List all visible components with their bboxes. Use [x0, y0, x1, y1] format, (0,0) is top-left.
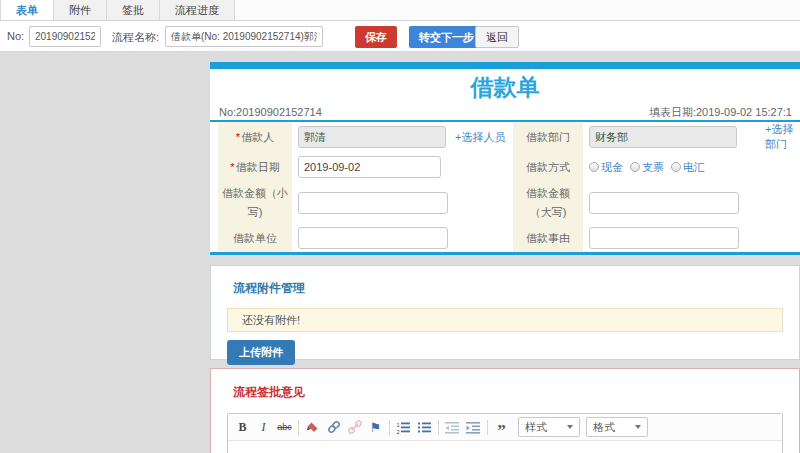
- chevron-down-icon: [635, 425, 641, 429]
- loan-method-label: 借款方式: [513, 152, 583, 182]
- loan-unit-input[interactable]: [298, 227, 448, 249]
- toolbar: No: 流程名称: 保存 转交下一步 返回: [0, 21, 800, 52]
- attachments-section: 流程附件管理 还没有附件! 上传附件: [210, 265, 800, 360]
- numbered-list-icon[interactable]: 12: [393, 417, 414, 438]
- tab-bar: 表单 附件 签批 流程进度: [0, 0, 800, 21]
- strikethrough-icon[interactable]: abc: [274, 417, 295, 438]
- radio-option-cheque[interactable]: 支票: [630, 160, 664, 175]
- tab-attachment[interactable]: 附件: [54, 0, 107, 20]
- amount-uppercase-input[interactable]: [589, 192, 739, 214]
- amount-lowercase-input[interactable]: [298, 192, 448, 214]
- back-button[interactable]: 返回: [475, 26, 519, 48]
- process-name-label: 流程名称:: [112, 30, 159, 45]
- editor-content[interactable]: [228, 441, 782, 453]
- bold-icon[interactable]: B: [232, 417, 253, 438]
- indent-icon[interactable]: [463, 417, 484, 438]
- borrower-input[interactable]: [298, 126, 446, 148]
- toolbar-separator: [389, 420, 390, 435]
- styles-dropdown[interactable]: 样式: [518, 417, 580, 437]
- blockquote-icon[interactable]: ”: [491, 417, 512, 438]
- form-top-accent-bar: [210, 62, 800, 69]
- form-title: 借款单: [210, 69, 800, 105]
- department-label: 借款部门: [513, 122, 583, 152]
- toolbar-separator: [487, 420, 488, 435]
- amount-lowercase-label: 借款金额（小写): [218, 182, 292, 224]
- process-name-input[interactable]: [165, 26, 323, 47]
- required-mark: *: [236, 131, 240, 143]
- radio-option-wire-transfer[interactable]: 电汇: [671, 160, 705, 175]
- loan-form-section: 借款单 No:20190902152714 填表日期:2019-09-02 15…: [210, 62, 800, 255]
- toolbar-separator: [298, 420, 299, 435]
- save-button[interactable]: 保存: [355, 26, 397, 48]
- radio-icon: [630, 162, 640, 172]
- document-area: 借款单 No:20190902152714 填表日期:2019-09-02 15…: [210, 62, 800, 453]
- toolbar-separator: [438, 420, 439, 435]
- approval-comments-section: 流程签批意见 B I abc ⚑ 12: [210, 368, 800, 453]
- attachments-title: 流程附件管理: [227, 280, 783, 297]
- italic-icon[interactable]: I: [253, 417, 274, 438]
- transfer-next-step-button[interactable]: 转交下一步: [409, 26, 484, 48]
- form-meta-row: No:20190902152714 填表日期:2019-09-02 15:27:…: [210, 105, 800, 122]
- tab-form[interactable]: 表单: [0, 0, 54, 20]
- loan-reason-input[interactable]: [589, 227, 739, 249]
- loan-date-label: *借款日期: [218, 152, 292, 182]
- amount-uppercase-label: 借款金额（大写): [513, 182, 583, 224]
- tab-sign-approval[interactable]: 签批: [107, 0, 160, 20]
- svg-text:1: 1: [397, 422, 400, 428]
- editor-toolbar: B I abc ⚑ 12: [228, 414, 782, 441]
- tab-process-progress[interactable]: 流程进度: [160, 0, 235, 20]
- select-person-link[interactable]: +选择人员: [455, 130, 505, 145]
- no-input[interactable]: [29, 26, 101, 47]
- loan-method-options: 现金 支票 电汇: [583, 152, 800, 182]
- remove-format-icon[interactable]: [302, 417, 323, 438]
- borrower-label: *借款人: [218, 122, 292, 152]
- select-department-link[interactable]: +选择部门: [765, 122, 794, 152]
- required-mark: *: [230, 161, 234, 173]
- no-label: No:: [7, 30, 24, 42]
- styles-dropdown-label: 样式: [525, 420, 547, 435]
- loan-form-grid: *借款人 +选择人员 借款部门 +选择部门 *借款日期 借款方式: [210, 122, 800, 255]
- loan-reason-label: 借款事由: [513, 224, 583, 252]
- approval-title: 流程签批意见: [227, 384, 783, 401]
- department-input[interactable]: [589, 126, 737, 148]
- link-icon[interactable]: [323, 417, 344, 438]
- radio-option-cash[interactable]: 现金: [589, 160, 623, 175]
- no-attachment-message: 还没有附件!: [227, 308, 783, 332]
- unlink-icon[interactable]: [344, 417, 365, 438]
- format-dropdown[interactable]: 格式: [586, 417, 648, 437]
- radio-icon: [671, 162, 681, 172]
- loan-date-input[interactable]: [298, 156, 441, 178]
- bulleted-list-icon[interactable]: [414, 417, 435, 438]
- loan-unit-label: 借款单位: [218, 224, 292, 252]
- svg-text:2: 2: [397, 429, 400, 434]
- document-number: No:20190902152714: [219, 105, 322, 120]
- chevron-down-icon: [567, 425, 573, 429]
- rich-text-editor: B I abc ⚑ 12: [227, 413, 783, 453]
- anchor-flag-icon[interactable]: ⚑: [365, 417, 386, 438]
- outdent-icon[interactable]: [442, 417, 463, 438]
- upload-attachment-button[interactable]: 上传附件: [227, 340, 295, 365]
- format-dropdown-label: 格式: [593, 420, 615, 435]
- fill-date: 填表日期:2019-09-02 15:27:1: [649, 105, 792, 120]
- radio-icon: [589, 162, 599, 172]
